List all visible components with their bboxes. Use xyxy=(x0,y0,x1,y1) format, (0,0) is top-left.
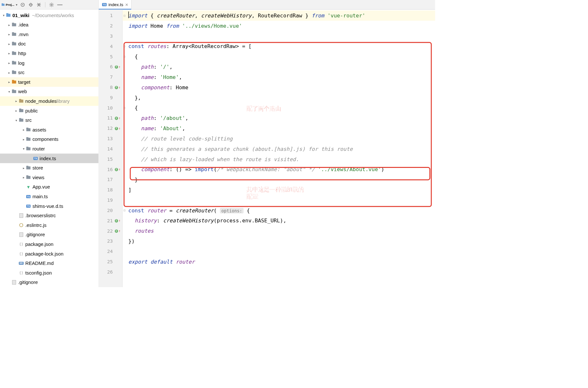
gutter-line[interactable]: 1 xyxy=(99,11,122,21)
svg-rect-37 xyxy=(26,166,31,169)
tree-item[interactable]: ▾web xyxy=(0,87,99,96)
gutter-line[interactable]: 20 xyxy=(99,205,122,216)
tree-item[interactable]: { }package.json xyxy=(0,239,99,249)
tree-item[interactable]: ▸public xyxy=(0,106,99,116)
svg-rect-14 xyxy=(12,42,14,43)
fold-icon[interactable]: ⊟ xyxy=(123,11,125,21)
tree-item[interactable]: TSshims-vue.d.ts xyxy=(0,201,99,211)
tree-item[interactable]: .browserslistrc xyxy=(0,211,99,220)
svg-rect-17 xyxy=(12,62,16,64)
editor-area: TS index.ts ✕ 123456I↑78I↑91011I↑12I↑131… xyxy=(99,0,435,287)
tree-item[interactable]: ▸.mvn xyxy=(0,30,99,39)
tree-item[interactable]: .gitignore xyxy=(0,277,99,287)
collapse-icon[interactable] xyxy=(36,2,41,7)
svg-rect-26 xyxy=(19,99,21,100)
tree-item[interactable]: ▸.idea xyxy=(0,20,99,30)
param-hint: options: xyxy=(220,208,243,213)
svg-rect-41 xyxy=(19,213,23,218)
tree-item[interactable]: { }tsconfig.json xyxy=(0,268,99,278)
gutter-line[interactable]: 11I↑ xyxy=(99,113,122,123)
tab-index-ts[interactable]: TS index.ts ✕ xyxy=(99,0,131,9)
gutter-line[interactable]: 15 xyxy=(99,154,122,164)
gutter-line[interactable]: 12I↑ xyxy=(99,123,122,134)
svg-rect-33 xyxy=(26,138,31,141)
separator xyxy=(45,2,45,7)
gutter-line[interactable]: 16I↑ xyxy=(99,164,122,175)
tree-item[interactable]: .eslintrc.js xyxy=(0,220,99,230)
tree-root[interactable]: ▾01_wiki ~/Documents/works xyxy=(0,11,99,20)
tree-item[interactable]: ▾src xyxy=(0,115,99,125)
tree-item[interactable]: ▸doc xyxy=(0,39,99,49)
tree-item[interactable]: .gitignore xyxy=(0,230,99,239)
gutter-line[interactable]: 18 xyxy=(99,185,122,195)
gutter-line[interactable]: 22I↑ xyxy=(99,226,122,236)
code-content[interactable]: ⊟import { createRouter, createWebHistory… xyxy=(122,10,435,287)
svg-rect-42 xyxy=(19,233,23,237)
sidebar-title[interactable]: Proj... ▼ xyxy=(1,3,18,6)
project-tree[interactable]: ▾01_wiki ~/Documents/works▸.idea▸.mvn▸do… xyxy=(0,10,99,287)
tree-item[interactable]: ▸components xyxy=(0,134,99,144)
expand-icon[interactable] xyxy=(28,2,33,7)
gutter-line[interactable]: 10 xyxy=(99,103,122,113)
svg-point-6 xyxy=(51,4,52,5)
svg-rect-34 xyxy=(26,137,28,138)
svg-rect-11 xyxy=(12,33,16,36)
tree-item[interactable]: TSindex.ts xyxy=(0,154,99,163)
target-icon[interactable] xyxy=(20,2,25,7)
gutter-line[interactable]: 5 xyxy=(99,52,122,62)
gutter-line[interactable]: 25 xyxy=(99,257,122,267)
svg-rect-38 xyxy=(26,166,28,167)
tree-item[interactable]: ▸src xyxy=(0,68,99,77)
svg-rect-8 xyxy=(6,13,8,14)
gutter-line[interactable]: 2 xyxy=(99,21,122,31)
svg-rect-27 xyxy=(19,109,23,112)
tree-item[interactable]: ▸store xyxy=(0,163,99,173)
gutter-line[interactable]: 24 xyxy=(99,246,122,257)
gutter-line[interactable]: 13 xyxy=(99,133,122,144)
tree-item[interactable]: ▸node_modules library xyxy=(0,96,99,106)
svg-rect-36 xyxy=(26,147,28,148)
fold-icon[interactable]: ⊟ xyxy=(123,103,125,113)
fold-icon[interactable]: ⊟ xyxy=(123,205,125,216)
tree-item[interactable]: ▸log xyxy=(0,58,99,68)
svg-rect-10 xyxy=(12,23,14,24)
gutter-line[interactable]: 26 xyxy=(99,267,122,277)
svg-rect-29 xyxy=(19,119,23,121)
gutter-line[interactable]: 17 xyxy=(99,175,122,185)
svg-rect-32 xyxy=(26,128,28,129)
minimize-icon[interactable]: — xyxy=(57,2,63,8)
tree-item[interactable]: ▸target xyxy=(0,77,99,87)
gutter-line[interactable]: 4 xyxy=(99,41,122,52)
close-icon[interactable]: ✕ xyxy=(125,2,128,7)
svg-rect-23 xyxy=(12,90,16,93)
tree-item[interactable]: ▸http xyxy=(0,49,99,58)
gutter-line[interactable]: 19 xyxy=(99,195,122,205)
tree-item[interactable]: TSmain.ts xyxy=(0,192,99,201)
svg-rect-28 xyxy=(19,109,21,110)
tree-item[interactable]: ▾router xyxy=(0,144,99,154)
chevron-down-icon: ▼ xyxy=(15,3,18,6)
gutter-line[interactable]: 8I↑ xyxy=(99,82,122,92)
gutter-line[interactable]: 7 xyxy=(99,72,122,82)
gutter-line[interactable]: 6I↑ xyxy=(99,62,122,72)
tree-item[interactable]: ▼App.vue xyxy=(0,182,99,192)
fold-icon[interactable]: ⊟ xyxy=(123,52,125,62)
tree-item[interactable]: { }package-lock.json xyxy=(0,249,99,259)
gutter-line[interactable]: 23 xyxy=(99,236,122,247)
gutter-line[interactable]: 3 xyxy=(99,31,122,41)
gutter-line[interactable]: 14 xyxy=(99,144,122,154)
text-cursor xyxy=(128,12,129,18)
gutter-line[interactable]: 9 xyxy=(99,92,122,103)
svg-rect-24 xyxy=(12,90,14,91)
tree-item[interactable]: ▸assets xyxy=(0,125,99,135)
svg-rect-25 xyxy=(19,100,23,102)
project-sidebar: Proj... ▼ — ▾01_wiki ~/Documents/works▸.… xyxy=(0,0,99,287)
gear-icon[interactable] xyxy=(49,2,54,7)
tree-item[interactable]: MDREADME.md xyxy=(0,258,99,268)
gutter-line[interactable]: 21I↑ xyxy=(99,216,122,226)
tab-filename: index.ts xyxy=(109,2,123,7)
fold-icon[interactable]: ⊟ xyxy=(123,41,125,52)
tree-item[interactable]: ▸views xyxy=(0,173,99,182)
editor-body[interactable]: 123456I↑78I↑91011I↑12I↑13141516I↑1718192… xyxy=(99,10,435,287)
svg-rect-43 xyxy=(12,280,16,285)
